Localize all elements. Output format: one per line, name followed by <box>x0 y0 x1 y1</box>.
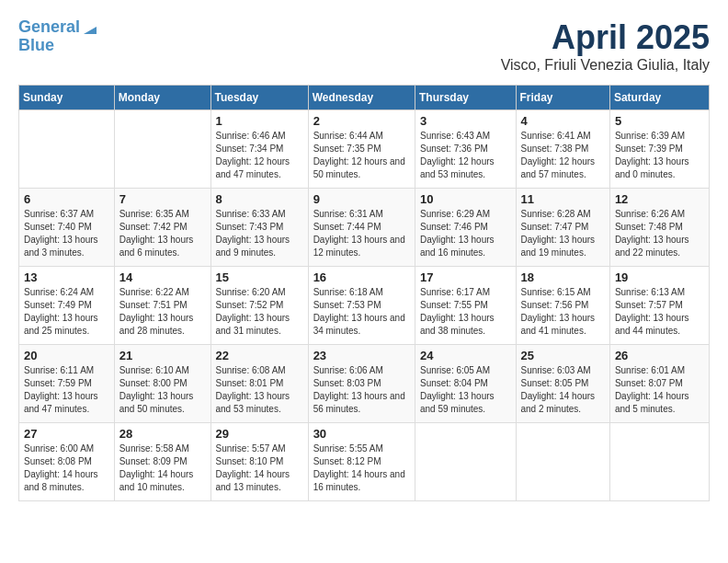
day-detail: Sunrise: 6:11 AMSunset: 7:59 PMDaylight:… <box>24 364 109 416</box>
weekday-header-thursday: Thursday <box>415 86 516 110</box>
day-detail: Sunrise: 6:43 AMSunset: 7:36 PMDaylight:… <box>420 130 511 181</box>
day-detail: Sunrise: 6:44 AMSunset: 7:35 PMDaylight:… <box>313 130 410 181</box>
day-number: 12 <box>615 192 704 206</box>
day-number: 2 <box>313 114 410 128</box>
weekday-header-friday: Friday <box>516 86 609 110</box>
day-detail: Sunrise: 6:05 AMSunset: 8:04 PMDaylight:… <box>420 364 511 416</box>
day-number: 22 <box>216 349 303 362</box>
calendar-cell: 18Sunrise: 6:15 AMSunset: 7:56 PMDayligh… <box>516 267 609 345</box>
day-detail: Sunrise: 6:37 AMSunset: 7:40 PMDaylight:… <box>24 208 109 259</box>
calendar-week-4: 20Sunrise: 6:11 AMSunset: 7:59 PMDayligh… <box>19 345 710 423</box>
calendar-cell: 13Sunrise: 6:24 AMSunset: 7:49 PMDayligh… <box>19 267 115 345</box>
day-number: 24 <box>420 349 511 362</box>
day-detail: Sunrise: 6:24 AMSunset: 7:49 PMDaylight:… <box>24 286 109 338</box>
calendar-cell: 12Sunrise: 6:26 AMSunset: 7:48 PMDayligh… <box>609 189 709 267</box>
day-number: 1 <box>216 114 303 128</box>
calendar-cell: 11Sunrise: 6:28 AMSunset: 7:47 PMDayligh… <box>516 189 609 267</box>
calendar-cell: 26Sunrise: 6:01 AMSunset: 8:07 PMDayligh… <box>609 345 709 423</box>
day-number: 6 <box>24 192 109 206</box>
day-detail: Sunrise: 6:46 AMSunset: 7:34 PMDaylight:… <box>216 130 303 181</box>
day-number: 10 <box>420 192 511 206</box>
calendar-cell: 16Sunrise: 6:18 AMSunset: 7:53 PMDayligh… <box>308 267 415 345</box>
calendar-week-3: 13Sunrise: 6:24 AMSunset: 7:49 PMDayligh… <box>19 267 710 345</box>
calendar-cell: 23Sunrise: 6:06 AMSunset: 8:03 PMDayligh… <box>308 345 415 423</box>
day-number: 25 <box>521 349 605 362</box>
calendar-cell: 9Sunrise: 6:31 AMSunset: 7:44 PMDaylight… <box>308 189 415 267</box>
day-detail: Sunrise: 6:08 AMSunset: 8:01 PMDaylight:… <box>216 364 303 416</box>
day-number: 17 <box>420 270 511 284</box>
day-number: 23 <box>313 349 410 362</box>
day-number: 28 <box>119 427 206 441</box>
calendar-cell: 2Sunrise: 6:44 AMSunset: 7:35 PMDaylight… <box>308 110 415 189</box>
calendar-cell: 6Sunrise: 6:37 AMSunset: 7:40 PMDaylight… <box>19 189 115 267</box>
day-number: 11 <box>521 192 605 206</box>
calendar-cell: 5Sunrise: 6:39 AMSunset: 7:39 PMDaylight… <box>609 110 709 189</box>
day-detail: Sunrise: 5:55 AMSunset: 8:12 PMDaylight:… <box>313 442 410 494</box>
calendar-cell: 10Sunrise: 6:29 AMSunset: 7:46 PMDayligh… <box>415 189 516 267</box>
weekday-header-wednesday: Wednesday <box>308 86 415 110</box>
day-number: 14 <box>119 270 206 284</box>
calendar-cell: 8Sunrise: 6:33 AMSunset: 7:43 PMDaylight… <box>210 189 308 267</box>
calendar-week-5: 27Sunrise: 6:00 AMSunset: 8:08 PMDayligh… <box>19 423 710 501</box>
svg-marker-0 <box>84 27 97 34</box>
calendar-cell <box>415 423 516 501</box>
weekday-header-saturday: Saturday <box>609 86 709 110</box>
calendar-table: SundayMondayTuesdayWednesdayThursdayFrid… <box>18 85 710 501</box>
day-number: 27 <box>24 427 109 441</box>
calendar-subtitle: Visco, Friuli Venezia Giulia, Italy <box>501 57 710 74</box>
day-detail: Sunrise: 6:15 AMSunset: 7:56 PMDaylight:… <box>521 286 605 338</box>
day-number: 29 <box>216 427 303 441</box>
day-detail: Sunrise: 6:17 AMSunset: 7:55 PMDaylight:… <box>420 286 511 338</box>
calendar-cell: 28Sunrise: 5:58 AMSunset: 8:09 PMDayligh… <box>114 423 210 501</box>
day-detail: Sunrise: 6:01 AMSunset: 8:07 PMDaylight:… <box>615 364 704 416</box>
day-detail: Sunrise: 6:35 AMSunset: 7:42 PMDaylight:… <box>119 208 206 259</box>
day-detail: Sunrise: 5:57 AMSunset: 8:10 PMDaylight:… <box>216 442 303 494</box>
calendar-cell <box>609 423 709 501</box>
day-number: 21 <box>119 349 206 362</box>
calendar-cell: 25Sunrise: 6:03 AMSunset: 8:05 PMDayligh… <box>516 345 609 423</box>
day-detail: Sunrise: 5:58 AMSunset: 8:09 PMDaylight:… <box>119 442 206 494</box>
calendar-title: April 2025 <box>501 18 710 57</box>
logo: General Blue <box>18 18 98 55</box>
calendar-cell: 4Sunrise: 6:41 AMSunset: 7:38 PMDaylight… <box>516 110 609 189</box>
day-detail: Sunrise: 6:03 AMSunset: 8:05 PMDaylight:… <box>521 364 605 416</box>
day-detail: Sunrise: 6:26 AMSunset: 7:48 PMDaylight:… <box>615 208 704 259</box>
day-number: 20 <box>24 349 109 362</box>
page-header: General Blue April 2025 Visco, Friuli Ve… <box>18 18 710 74</box>
day-number: 4 <box>521 114 605 128</box>
calendar-cell: 17Sunrise: 6:17 AMSunset: 7:55 PMDayligh… <box>415 267 516 345</box>
calendar-cell: 30Sunrise: 5:55 AMSunset: 8:12 PMDayligh… <box>308 423 415 501</box>
calendar-cell <box>19 110 115 189</box>
calendar-cell: 27Sunrise: 6:00 AMSunset: 8:08 PMDayligh… <box>19 423 115 501</box>
day-number: 19 <box>615 270 704 284</box>
calendar-cell: 7Sunrise: 6:35 AMSunset: 7:42 PMDaylight… <box>114 189 210 267</box>
day-detail: Sunrise: 6:22 AMSunset: 7:51 PMDaylight:… <box>119 286 206 338</box>
calendar-cell: 22Sunrise: 6:08 AMSunset: 8:01 PMDayligh… <box>210 345 308 423</box>
day-number: 26 <box>615 349 704 362</box>
day-detail: Sunrise: 6:31 AMSunset: 7:44 PMDaylight:… <box>313 208 410 259</box>
day-detail: Sunrise: 6:33 AMSunset: 7:43 PMDaylight:… <box>216 208 303 259</box>
day-detail: Sunrise: 6:20 AMSunset: 7:52 PMDaylight:… <box>216 286 303 338</box>
day-detail: Sunrise: 6:06 AMSunset: 8:03 PMDaylight:… <box>313 364 410 416</box>
calendar-cell: 1Sunrise: 6:46 AMSunset: 7:34 PMDaylight… <box>210 110 308 189</box>
day-detail: Sunrise: 6:41 AMSunset: 7:38 PMDaylight:… <box>521 130 605 181</box>
day-number: 18 <box>521 270 605 284</box>
day-detail: Sunrise: 6:13 AMSunset: 7:57 PMDaylight:… <box>615 286 704 338</box>
day-number: 16 <box>313 270 410 284</box>
day-detail: Sunrise: 6:28 AMSunset: 7:47 PMDaylight:… <box>521 208 605 259</box>
day-number: 7 <box>119 192 206 206</box>
weekday-header-monday: Monday <box>114 86 210 110</box>
day-number: 13 <box>24 270 109 284</box>
day-detail: Sunrise: 6:39 AMSunset: 7:39 PMDaylight:… <box>615 130 704 181</box>
calendar-cell: 15Sunrise: 6:20 AMSunset: 7:52 PMDayligh… <box>210 267 308 345</box>
calendar-cell: 24Sunrise: 6:05 AMSunset: 8:04 PMDayligh… <box>415 345 516 423</box>
day-number: 3 <box>420 114 511 128</box>
calendar-cell: 29Sunrise: 5:57 AMSunset: 8:10 PMDayligh… <box>210 423 308 501</box>
logo-icon <box>82 19 98 36</box>
calendar-cell: 21Sunrise: 6:10 AMSunset: 8:00 PMDayligh… <box>114 345 210 423</box>
calendar-cell: 20Sunrise: 6:11 AMSunset: 7:59 PMDayligh… <box>19 345 115 423</box>
day-detail: Sunrise: 6:18 AMSunset: 7:53 PMDaylight:… <box>313 286 410 338</box>
calendar-cell: 3Sunrise: 6:43 AMSunset: 7:36 PMDaylight… <box>415 110 516 189</box>
day-detail: Sunrise: 6:10 AMSunset: 8:00 PMDaylight:… <box>119 364 206 416</box>
day-detail: Sunrise: 6:00 AMSunset: 8:08 PMDaylight:… <box>24 442 109 494</box>
